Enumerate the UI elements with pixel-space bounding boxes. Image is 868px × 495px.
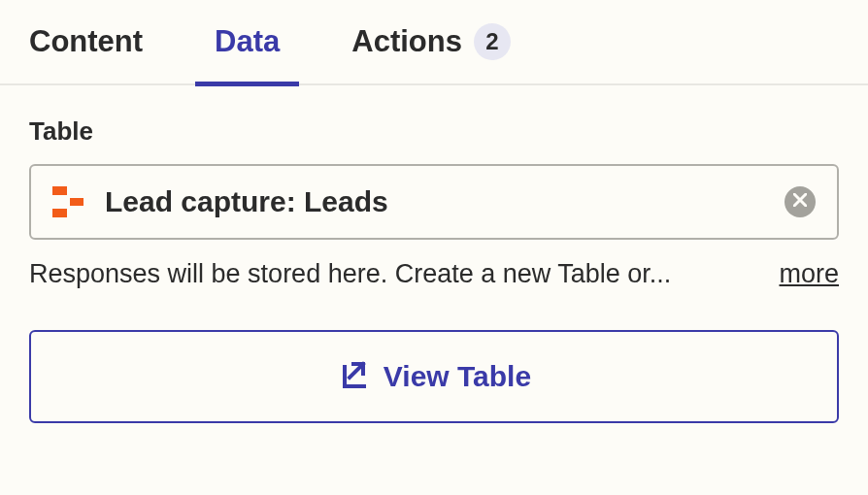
content-area: Table Lead capture: Leads Responses will… xyxy=(0,85,868,454)
actions-count-badge: 2 xyxy=(474,23,511,60)
tab-content[interactable]: Content xyxy=(29,0,143,84)
view-button-label: View Table xyxy=(384,360,531,393)
tab-data[interactable]: Data xyxy=(215,0,280,84)
table-name-value: Lead capture: Leads xyxy=(105,185,763,218)
tab-label: Content xyxy=(29,24,143,59)
table-icon xyxy=(52,186,83,217)
tab-actions[interactable]: Actions 2 xyxy=(351,0,511,84)
view-table-button[interactable]: View Table xyxy=(29,330,839,423)
tab-label: Actions xyxy=(351,24,462,59)
more-link[interactable]: more xyxy=(779,259,839,289)
section-title: Table xyxy=(29,116,839,147)
help-row: Responses will be stored here. Create a … xyxy=(29,259,839,289)
tabs-container: Content Data Actions 2 xyxy=(0,0,868,85)
external-link-icon xyxy=(337,359,368,394)
close-icon xyxy=(793,193,807,211)
help-text: Responses will be stored here. Create a … xyxy=(29,259,671,289)
table-select-field[interactable]: Lead capture: Leads xyxy=(29,164,839,240)
tab-label: Data xyxy=(215,24,280,59)
clear-button[interactable] xyxy=(785,186,816,217)
